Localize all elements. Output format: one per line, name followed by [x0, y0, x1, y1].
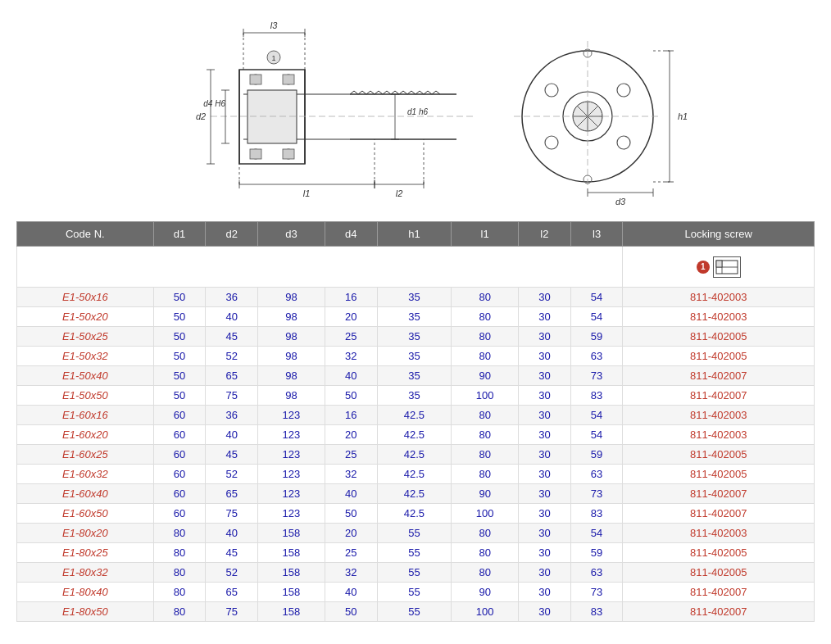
svg-text:l1: l1: [303, 188, 311, 198]
table-cell: 80: [452, 406, 519, 425]
svg-rect-16: [250, 75, 261, 84]
table-cell: 80: [452, 288, 519, 307]
table-cell: 40: [325, 484, 377, 504]
table-cell: 123: [258, 504, 325, 524]
table-cell: 54: [570, 406, 623, 425]
table-row: E1-50x5050759850351003083811-402007: [17, 386, 815, 406]
table-cell: 811-402007: [623, 366, 815, 386]
header-d1: d1: [153, 222, 206, 247]
table-cell: 35: [377, 327, 452, 347]
table-row: E1-50x165036981635803054811-402003: [17, 288, 815, 307]
table-cell: 80: [452, 347, 519, 366]
table-cell: 100: [452, 504, 519, 524]
table-cell: E1-50x40: [17, 366, 154, 386]
table-row: E1-80x3280521583255803063811-402005: [17, 563, 815, 583]
table-cell: 98: [258, 288, 325, 307]
table-cell: 42.5: [377, 425, 452, 445]
table-cell: 75: [206, 504, 258, 524]
table-cell: 80: [452, 327, 519, 347]
table-cell: 60: [153, 425, 206, 445]
table-cell: 40: [206, 425, 258, 445]
table-cell: 30: [519, 288, 571, 307]
header-d3: d3: [258, 222, 325, 247]
table-cell: 811-402003: [623, 288, 815, 307]
table-cell: 50: [153, 386, 206, 406]
page-container: l3 1 l1 l2: [0, 0, 831, 630]
table-cell: 63: [570, 465, 623, 484]
table-cell: E1-50x50: [17, 386, 154, 406]
table-row: E1-60x1660361231642.5803054811-402003: [17, 406, 815, 425]
screw-drawing: [713, 256, 741, 278]
header-h1: h1: [377, 222, 452, 247]
table-cell: 811-402005: [623, 445, 815, 465]
table-cell: 30: [519, 524, 571, 543]
table-cell: 40: [206, 524, 258, 543]
table-cell: 59: [570, 327, 623, 347]
table-cell: 75: [206, 602, 258, 622]
table-cell: E1-50x32: [17, 347, 154, 366]
table-cell: 35: [377, 366, 452, 386]
table-cell: 98: [258, 327, 325, 347]
table-cell: 811-402005: [623, 327, 815, 347]
table-cell: 80: [452, 445, 519, 465]
table-cell: 63: [570, 347, 623, 366]
table-cell: 55: [377, 563, 452, 583]
header-l2: l2: [519, 222, 571, 247]
svg-rect-17: [283, 75, 294, 84]
table-cell: 52: [206, 347, 258, 366]
table-row: E1-80x50807515850551003083811-402007: [17, 602, 815, 622]
table-cell: 98: [258, 307, 325, 327]
table-row: E1-60x5060751235042.51003083811-402007: [17, 504, 815, 524]
table-cell: 25: [325, 445, 377, 465]
table-cell: 25: [325, 327, 377, 347]
table-cell: 42.5: [377, 465, 452, 484]
table-cell: 35: [377, 347, 452, 366]
table-cell: 123: [258, 445, 325, 465]
table-cell: 55: [377, 583, 452, 602]
table-cell: 30: [519, 563, 571, 583]
table-cell: 811-402003: [623, 307, 815, 327]
table-cell: 30: [519, 484, 571, 504]
table-cell: 123: [258, 465, 325, 484]
table-cell: 158: [258, 583, 325, 602]
table-cell: 54: [570, 524, 623, 543]
table-cell: 65: [206, 484, 258, 504]
table-cell: 50: [153, 288, 206, 307]
table-row: E1-60x3260521233242.5803063811-402005: [17, 465, 815, 484]
table-cell: E1-60x50: [17, 504, 154, 524]
table-cell: 30: [519, 307, 571, 327]
table-cell: 60: [153, 445, 206, 465]
table-cell: 98: [258, 366, 325, 386]
table-cell: 123: [258, 425, 325, 445]
table-cell: 123: [258, 406, 325, 425]
table-cell: 40: [325, 366, 377, 386]
table-row: E1-60x4060651234042.5903073811-402007: [17, 484, 815, 504]
table-cell: 80: [452, 465, 519, 484]
table-cell: E1-80x40: [17, 583, 154, 602]
table-cell: 52: [206, 563, 258, 583]
table-cell: 32: [325, 563, 377, 583]
table-cell: 80: [153, 563, 206, 583]
table-cell: E1-60x32: [17, 465, 154, 484]
table-cell: 80: [452, 425, 519, 445]
table-cell: 45: [206, 543, 258, 563]
table-cell: 50: [325, 602, 377, 622]
header-l1: l1: [452, 222, 519, 247]
table-cell: 50: [325, 386, 377, 406]
table-cell: 50: [325, 504, 377, 524]
table-cell: 60: [153, 504, 206, 524]
table-cell: 83: [570, 386, 623, 406]
table-row: E1-50x255045982535803059811-402005: [17, 327, 815, 347]
table-cell: 811-402005: [623, 347, 815, 366]
table-cell: 45: [206, 445, 258, 465]
table-cell: 54: [570, 288, 623, 307]
locking-screw-icon: 1: [697, 256, 741, 278]
table-cell: 811-402007: [623, 583, 815, 602]
table-cell: E1-80x25: [17, 543, 154, 563]
header-l3: l3: [570, 222, 623, 247]
diagram-area: l3 1 l1 l2: [16, 8, 815, 221]
svg-point-61: [545, 136, 558, 149]
svg-point-60: [617, 84, 630, 97]
table-cell: 30: [519, 386, 571, 406]
header-locking-screw: Locking screw: [623, 222, 815, 247]
